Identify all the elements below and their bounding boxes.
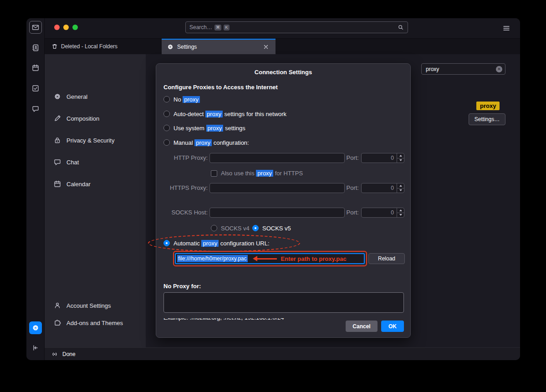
tab-bar: Deleted - Local Folders Settings <box>45 39 520 54</box>
close-tab-button[interactable] <box>262 43 270 51</box>
radio-icon <box>163 125 170 131</box>
main-toolbar: Search… ⌘ K <box>45 18 520 39</box>
search-icon <box>398 24 404 31</box>
folder-tab-label: Deleted - Local Folders <box>61 43 117 50</box>
ok-button[interactable]: OK <box>381 321 404 332</box>
sidebar-item-composition[interactable]: Composition <box>54 112 99 125</box>
chat-space-button[interactable] <box>29 102 42 115</box>
calendar-icon <box>32 64 39 71</box>
hamburger-icon <box>503 25 510 32</box>
settings-sidebar: General Composition Privacy & Security C… <box>45 54 146 347</box>
sidebar-item-privacy-security[interactable]: Privacy & Security <box>54 133 114 147</box>
thunderbird-window: Search… ⌘ K Deleted - Local Folders Sett… <box>26 18 520 360</box>
https-proxy-label: HTTPS Proxy: <box>163 184 208 191</box>
connection-settings-button[interactable]: Settings… <box>469 113 505 125</box>
pac-url-value: file:///home/h0mer/proxy.pac <box>177 255 248 262</box>
dialog-title: Connection Settings <box>156 69 410 76</box>
radio-socks-v4[interactable]: SOCKS v4 <box>211 224 250 233</box>
port-spinner[interactable] <box>397 208 404 217</box>
radio-label: Manual proxy configuration: <box>173 139 249 146</box>
spaces-toolbar <box>26 18 45 360</box>
radio-autodetect-proxy[interactable]: Auto-detect proxy settings for this netw… <box>163 109 286 118</box>
radio-label: SOCKS v5 <box>262 225 291 232</box>
sidebar-item-account-settings[interactable]: Account Settings <box>54 299 111 312</box>
radio-manual-proxy[interactable]: Manual proxy configuration: <box>163 138 249 147</box>
settings-space-button[interactable] <box>29 321 42 334</box>
https-proxy-input[interactable] <box>209 183 345 193</box>
cancel-button[interactable]: Cancel <box>346 321 378 332</box>
socks-port-input[interactable]: 0 <box>361 208 404 218</box>
http-port-input[interactable]: 0 <box>361 153 404 163</box>
collapse-spaces-button[interactable] <box>29 341 42 354</box>
calendar-space-button[interactable] <box>29 61 42 74</box>
radio-system-proxy[interactable]: Use system proxy settings <box>163 123 245 132</box>
minimize-window-button[interactable] <box>63 25 69 30</box>
radio-icon <box>163 240 170 246</box>
connection-settings-dialog: Connection Settings Configure Proxies to… <box>156 63 411 338</box>
collapse-icon <box>32 344 39 351</box>
example-text-clipped: Example: .mozilla.org, .net.nz, 192.168.… <box>163 318 355 322</box>
socks-host-input[interactable] <box>209 208 345 218</box>
chat-icon <box>54 158 61 166</box>
sidebar-item-label: Chat <box>66 159 79 166</box>
radio-label: Automatic proxy configuration URL: <box>173 240 270 247</box>
tasks-icon <box>32 85 39 92</box>
calendar-icon <box>54 180 61 188</box>
checkbox-icon <box>211 170 217 177</box>
https-port-label: Port: <box>345 184 359 191</box>
sidebar-item-general[interactable]: General <box>54 90 87 103</box>
app-menu-button[interactable] <box>502 24 511 33</box>
trash-icon <box>51 43 58 50</box>
sidebar-item-chat[interactable]: Chat <box>54 155 79 169</box>
cmd-key-badge: ⌘ <box>214 25 221 31</box>
addressbook-space-button[interactable] <box>29 41 42 54</box>
sidebar-item-calendar[interactable]: Calendar <box>54 177 91 191</box>
global-search-input[interactable]: Search… ⌘ K <box>185 21 408 33</box>
activity-icon <box>51 351 58 358</box>
spin-up-icon <box>399 209 402 211</box>
settings-search-input[interactable]: proxy ✕ <box>421 63 505 75</box>
pencil-icon <box>54 115 61 122</box>
tasks-space-button[interactable] <box>29 82 42 95</box>
maximize-window-button[interactable] <box>72 25 78 30</box>
port-spinner[interactable] <box>397 153 404 163</box>
close-window-button[interactable] <box>54 25 60 30</box>
radio-label: Auto-detect proxy settings for this netw… <box>173 111 286 117</box>
clear-search-button[interactable]: ✕ <box>496 66 502 72</box>
pac-url-input[interactable]: file:///home/h0mer/proxy.pac Enter path … <box>175 253 365 264</box>
radio-automatic-pac[interactable]: Automatic proxy configuration URL: <box>163 239 270 248</box>
close-icon <box>263 44 269 50</box>
radio-label: SOCKS v4 <box>221 225 250 232</box>
http-port-label: Port: <box>345 154 359 161</box>
tab-settings[interactable]: Settings <box>162 39 276 54</box>
mail-space-button[interactable] <box>29 21 42 34</box>
reload-button[interactable]: Reload <box>368 253 405 264</box>
https-port-input[interactable]: 0 <box>361 183 404 193</box>
tab-deleted-local-folders[interactable]: Deleted - Local Folders <box>49 39 120 54</box>
spin-down-icon <box>399 214 402 216</box>
search-placeholder: Search… <box>189 24 212 31</box>
dialog-heading: Configure Proxies to Access the Internet <box>163 84 278 91</box>
gear-icon <box>32 324 39 331</box>
use-proxy-for-https-checkbox[interactable]: Also use this proxy for HTTPS <box>211 170 303 177</box>
http-proxy-label: HTTP Proxy: <box>163 154 208 161</box>
radio-icon <box>252 225 259 231</box>
radio-no-proxy[interactable]: No proxy <box>163 95 200 104</box>
sidebar-item-label: Account Settings <box>66 302 111 309</box>
socks-port-label: Port: <box>345 209 359 216</box>
http-proxy-input[interactable] <box>209 153 345 163</box>
port-spinner[interactable] <box>397 183 404 193</box>
k-key-badge: K <box>224 25 230 31</box>
status-bar: Done <box>45 347 520 360</box>
radio-socks-v5[interactable]: SOCKS v5 <box>252 224 291 233</box>
settings-search-value: proxy <box>426 66 439 72</box>
annotation-arrow-icon <box>254 258 277 260</box>
no-proxy-for-textarea[interactable] <box>163 292 404 313</box>
sidebar-item-label: Composition <box>66 115 99 122</box>
radio-icon <box>211 225 217 231</box>
settings-content: General Composition Privacy & Security C… <box>45 54 520 347</box>
port-value: 0 <box>391 209 394 216</box>
radio-label: No proxy <box>173 96 200 103</box>
traffic-lights <box>54 25 78 30</box>
sidebar-item-addons-themes[interactable]: Add-ons and Themes <box>54 316 123 330</box>
